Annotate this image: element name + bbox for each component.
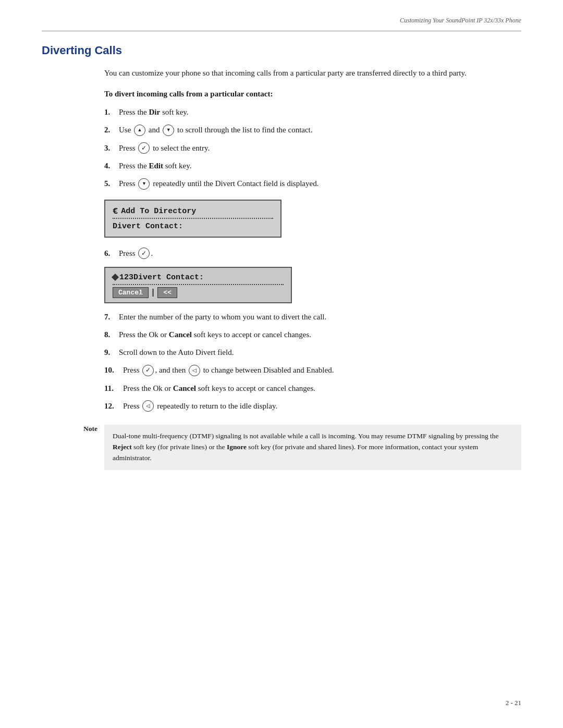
list-item: 10. Press , and then to change between D… [104, 364, 521, 377]
steps-list: 1. Press the Dir soft key. 2. Use and to… [104, 106, 521, 190]
step-content: Press . [119, 247, 521, 260]
list-item: 3. Press to select the entry. [104, 142, 521, 155]
page-footer: 2 - 21 [506, 699, 521, 707]
step-number: 10. [104, 364, 123, 376]
list-item: 2. Use and to scroll through the list to… [104, 124, 521, 137]
list-item: 1. Press the Dir soft key. [104, 106, 521, 118]
steps-list-7-12: 7. Enter the number of the party to whom… [104, 311, 521, 412]
intro-text: You can customize your phone so that inc… [104, 67, 521, 79]
check-icon [142, 365, 154, 376]
note-section: Note Dual-tone multi-frequency (DTMF) si… [42, 425, 521, 470]
phone-screen-2: 123Divert Contact: Cancel | << [104, 267, 292, 303]
list-item: 7. Enter the number of the party to whom… [104, 311, 521, 323]
screen1-line2: Divert Contact: [113, 220, 273, 232]
left-arrow-icon [142, 400, 154, 412]
screen2-line1: 123Divert Contact: [113, 272, 284, 285]
phone-screen-1: € Add To Directory Divert Contact: [104, 200, 282, 238]
button-separator: | [151, 288, 156, 298]
step-content: Press repeatedly until the Divert Contac… [119, 177, 521, 190]
step-content: Use and to scroll through the list to fi… [119, 124, 521, 137]
step-content: Press repeatedly to return to the idle d… [123, 400, 521, 413]
step-number: 9. [104, 346, 119, 359]
screen1-line1: € Add To Directory [113, 205, 273, 219]
step-content: Press the Ok or Cancel soft keys to acce… [123, 382, 521, 394]
step-number: 3. [104, 142, 119, 154]
step-number: 5. [104, 177, 119, 190]
check-icon [138, 248, 150, 259]
page-number: 2 - 21 [506, 699, 521, 707]
screen1-line2-text: Divert Contact: [113, 222, 183, 231]
list-item: 8. Press the Ok or Cancel soft keys to a… [104, 328, 521, 341]
list-item: 12. Press repeatedly to return to the id… [104, 400, 521, 413]
step-content: Press the Dir soft key. [119, 106, 521, 118]
step-number: 8. [104, 328, 119, 341]
step-number: 4. [104, 159, 119, 172]
down-arrow-icon [138, 178, 150, 190]
screen2-buttons: Cancel | << [113, 287, 284, 298]
list-item: 6. Press . [104, 247, 521, 260]
step-number: 11. [104, 382, 123, 394]
cancel-button: Cancel [113, 287, 149, 298]
step-content: Press to select the entry. [119, 142, 521, 155]
check-icon [138, 142, 150, 154]
step-content: Scroll down to the Auto Divert field. [119, 346, 521, 359]
step-content: Press , and then to change between Disab… [123, 364, 521, 377]
step-content: Press the Edit soft key. [119, 159, 521, 172]
screen2-line1-text: 123Divert Contact: [119, 273, 204, 282]
top-rule [42, 31, 521, 31]
note-label: Note [83, 425, 97, 433]
step-number: 6. [104, 247, 119, 260]
list-item: 11. Press the Ok or Cancel soft keys to … [104, 382, 521, 394]
steps-list-cont: 6. Press . [104, 247, 521, 260]
step-number: 12. [104, 400, 123, 412]
page-header: Customizing Your SoundPoint IP 32x/33x P… [0, 0, 563, 24]
main-content: You can customize your phone so that inc… [0, 67, 563, 470]
list-item: 9. Scroll down to the Auto Divert field. [104, 346, 521, 359]
list-item: 4. Press the Edit soft key. [104, 159, 521, 172]
back-button: << [157, 287, 177, 298]
list-item: 5. Press repeatedly until the Divert Con… [104, 177, 521, 190]
diamond-icon [112, 274, 119, 281]
step-number: 1. [104, 106, 119, 118]
step-number: 7. [104, 311, 119, 323]
left-arrow-icon [189, 365, 200, 376]
step-number: 2. [104, 124, 119, 136]
down-arrow-icon [163, 125, 174, 136]
up-arrow-icon [134, 125, 145, 136]
section-heading: To divert incoming calls from a particul… [104, 90, 521, 98]
step-content: Enter the number of the party to whom yo… [119, 311, 521, 323]
note-box: Dual-tone multi-frequency (DTMF) signali… [104, 425, 521, 470]
step-content: Press the Ok or Cancel soft keys to acce… [119, 328, 521, 341]
page-title: Diverting Calls [42, 44, 563, 57]
header-text: Customizing Your SoundPoint IP 32x/33x P… [400, 17, 521, 24]
screen1-line1-text: Add To Directory [121, 207, 196, 216]
